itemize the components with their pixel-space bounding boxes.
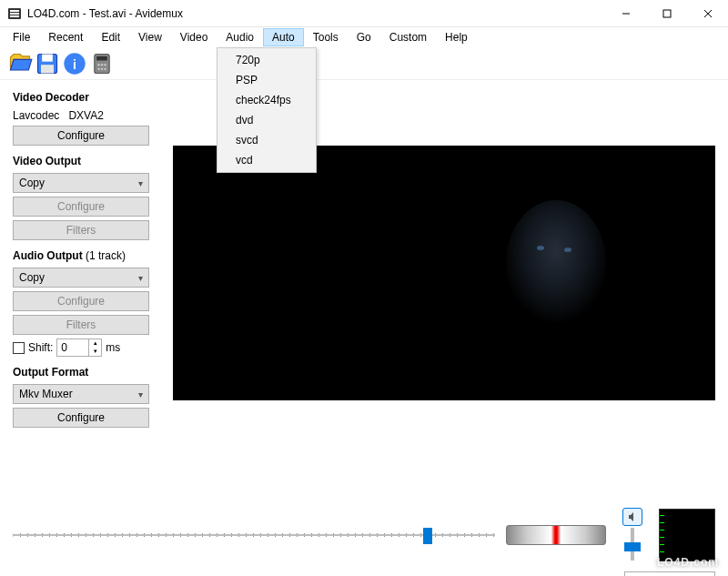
dd-check24fps[interactable]: check24fps bbox=[217, 90, 316, 110]
open-icon[interactable] bbox=[7, 51, 33, 76]
close-button[interactable] bbox=[687, 0, 728, 27]
svg-rect-9 bbox=[42, 54, 53, 61]
accel-name: DXVA2 bbox=[68, 109, 103, 122]
output-format-label: Output Format bbox=[13, 366, 162, 379]
a-value: 00:00:00.000 bbox=[624, 571, 715, 576]
video-output-label: Video Output bbox=[13, 155, 162, 167]
audio-output-configure-button: Configure bbox=[13, 291, 149, 311]
output-format-select[interactable]: Mkv Muxer ▾ bbox=[13, 384, 149, 404]
audio-output-filters-button: Filters bbox=[13, 315, 149, 335]
dd-720p[interactable]: 720p bbox=[217, 50, 316, 70]
spinner-down-icon[interactable]: ▾ bbox=[89, 348, 101, 356]
save-icon[interactable] bbox=[35, 51, 60, 76]
video-decoder-configure-button[interactable]: Configure bbox=[13, 126, 149, 146]
svg-rect-3 bbox=[10, 15, 19, 17]
spinner-up-icon[interactable]: ▴ bbox=[89, 339, 101, 348]
dd-dvd[interactable]: dvd bbox=[217, 110, 316, 130]
video-output-select[interactable]: Copy ▾ bbox=[13, 173, 149, 193]
minimize-button[interactable] bbox=[605, 0, 646, 27]
svg-point-17 bbox=[104, 64, 106, 66]
svg-text:i: i bbox=[73, 56, 76, 71]
menu-go[interactable]: Go bbox=[348, 28, 380, 46]
menu-auto[interactable]: Auto bbox=[263, 28, 304, 46]
menu-edit[interactable]: Edit bbox=[92, 28, 129, 46]
chevron-down-icon: ▾ bbox=[138, 389, 143, 399]
jog-wheel[interactable] bbox=[506, 525, 606, 545]
menu-help[interactable]: Help bbox=[436, 28, 477, 46]
maximize-button[interactable] bbox=[646, 0, 687, 27]
audio-output-select[interactable]: Copy ▾ bbox=[13, 268, 149, 288]
menubar: File Recent Edit View Video Audio Auto T… bbox=[0, 27, 728, 47]
app-icon bbox=[7, 6, 22, 21]
shift-unit: ms bbox=[106, 341, 120, 354]
menu-view[interactable]: View bbox=[129, 28, 171, 46]
menu-tools[interactable]: Tools bbox=[304, 28, 348, 46]
menu-recent[interactable]: Recent bbox=[39, 28, 92, 46]
dd-svcd[interactable]: svcd bbox=[217, 130, 316, 150]
dd-vcd[interactable]: vcd bbox=[217, 150, 316, 170]
audio-output-label: Audio Output (1 track) bbox=[13, 249, 162, 262]
content: Video Decoder Lavcodec DXVA2 Configure V… bbox=[0, 80, 728, 499]
codec-name: Lavcodec bbox=[13, 109, 59, 122]
video-output-configure-button: Configure bbox=[13, 197, 149, 217]
audio-tracks: (1 track) bbox=[86, 249, 126, 262]
svg-point-15 bbox=[97, 64, 99, 66]
window-title: LO4D.com - Test.avi - Avidemux bbox=[27, 7, 605, 20]
output-format-configure-button[interactable]: Configure bbox=[13, 408, 149, 428]
toolbar: i bbox=[0, 47, 728, 80]
titlebar: LO4D.com - Test.avi - Avidemux bbox=[0, 0, 728, 27]
shift-spinner[interactable]: 0 ▴▾ bbox=[56, 339, 102, 357]
sidebar: Video Decoder Lavcodec DXVA2 Configure V… bbox=[0, 80, 173, 499]
calculator-icon[interactable] bbox=[89, 51, 115, 76]
svg-point-20 bbox=[104, 67, 106, 69]
menu-custom[interactable]: Custom bbox=[380, 28, 436, 46]
output-format-value: Mkv Muxer bbox=[19, 388, 73, 400]
svg-rect-2 bbox=[10, 13, 19, 15]
bottom-panel: A B ◀■ ■▶ A: 00:00:00.000 B: 00:00:31.19… bbox=[0, 499, 728, 576]
svg-point-18 bbox=[97, 67, 99, 69]
video-output-value: Copy bbox=[19, 177, 45, 189]
menu-audio[interactable]: Audio bbox=[217, 28, 263, 46]
timeline-slider[interactable] bbox=[13, 524, 495, 546]
menu-video[interactable]: Video bbox=[171, 28, 217, 46]
shift-value: 0 bbox=[57, 339, 88, 356]
svg-point-19 bbox=[101, 67, 103, 69]
video-preview bbox=[173, 146, 715, 400]
svg-rect-5 bbox=[663, 10, 671, 17]
menu-file[interactable]: File bbox=[4, 28, 39, 46]
auto-dropdown: 720p PSP check24fps dvd svcd vcd bbox=[217, 47, 317, 173]
volume-button[interactable] bbox=[622, 508, 642, 526]
svg-point-16 bbox=[101, 64, 103, 66]
svg-rect-1 bbox=[10, 10, 19, 12]
chevron-down-icon: ▾ bbox=[138, 178, 143, 188]
video-decoder-label: Video Decoder bbox=[13, 91, 162, 104]
svg-rect-14 bbox=[96, 56, 107, 60]
shift-checkbox[interactable] bbox=[13, 342, 25, 354]
watermark: LO4D.com bbox=[641, 551, 719, 571]
shift-label: Shift: bbox=[28, 341, 53, 354]
audio-output-value: Copy bbox=[19, 271, 45, 284]
chevron-down-icon: ▾ bbox=[138, 273, 143, 283]
video-output-filters-button: Filters bbox=[13, 220, 149, 240]
dd-psp[interactable]: PSP bbox=[217, 70, 316, 90]
info-icon[interactable]: i bbox=[62, 51, 87, 76]
svg-rect-10 bbox=[41, 65, 54, 73]
